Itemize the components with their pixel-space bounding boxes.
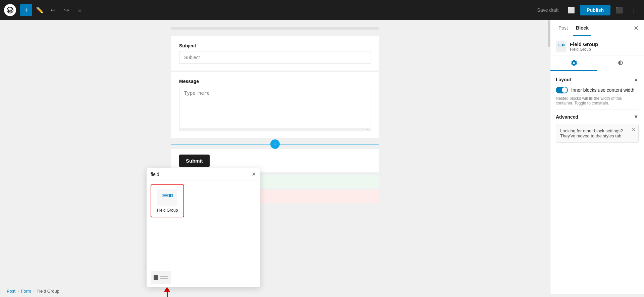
layout-section-header: Layout ▲	[556, 77, 639, 83]
preview-lines	[160, 276, 168, 279]
insert-block-button[interactable]: +	[270, 139, 280, 149]
list-view-button[interactable]: ≡	[74, 4, 86, 16]
inserter-close-button[interactable]: ✕	[252, 171, 256, 177]
settings-tab[interactable]	[550, 55, 597, 71]
panel-block-header: Field Group Field Group	[550, 36, 644, 55]
editor-scrollbar[interactable]	[547, 20, 550, 297]
inserter-preview	[147, 268, 260, 287]
layout-section-title: Layout	[556, 77, 571, 82]
block-icon-badge	[556, 41, 567, 52]
add-block-button[interactable]: +	[20, 4, 32, 16]
notification-text: Looking for other block settings? They'v…	[560, 128, 623, 138]
breadcrumb-form[interactable]: Form	[21, 289, 31, 294]
breadcrumb-sep-2: ›	[33, 289, 35, 294]
inserter-search-input[interactable]	[151, 172, 249, 177]
scrollbar-thumb[interactable]	[548, 20, 550, 47]
message-block: Message ⤡	[171, 72, 379, 138]
undo-button[interactable]: ↩	[47, 4, 59, 16]
breadcrumb-field-group: Field Group	[37, 289, 59, 294]
topbar-right: Save draft ⬜ Publish ⬛ ⋮	[533, 4, 640, 16]
add-block-bar: +	[171, 139, 379, 149]
panel-scroll-bottom	[550, 294, 644, 297]
inner-blocks-toggle[interactable]	[556, 87, 568, 93]
panel-section-tabs	[550, 55, 644, 71]
block-info: Field Group Field Group	[570, 41, 598, 52]
breadcrumb-post[interactable]: Post	[7, 289, 15, 294]
topbar: + ✏️ ↩ ↪ ≡ Save draft ⬜ Publish ⬛ ⋮	[0, 0, 644, 20]
notification-close-button[interactable]: ✕	[632, 127, 636, 132]
wordpress-logo	[4, 4, 16, 16]
settings-button[interactable]: ⬛	[613, 4, 625, 16]
panel-close-button[interactable]: ✕	[634, 25, 639, 32]
panel-content: Layout ▲ Inner blocks use content width …	[550, 71, 644, 294]
block-subtitle: Field Group	[570, 47, 598, 52]
svg-rect-5	[562, 44, 564, 46]
panel-tabs: Post Block ✕	[550, 20, 644, 36]
layout-section-toggle[interactable]: ▲	[633, 77, 639, 83]
breadcrumb-sep-1: ›	[17, 289, 19, 294]
preview-button[interactable]: ⬜	[565, 4, 577, 16]
preview-line	[160, 276, 168, 277]
redo-button[interactable]: ↪	[60, 4, 72, 16]
submit-button[interactable]: Submit	[179, 155, 210, 167]
breadcrumb: Post › Form › Field Group	[0, 285, 550, 297]
advanced-section-header: Advanced ▼	[556, 114, 639, 120]
field-group-block-label: Field Group	[157, 208, 178, 213]
toggle-knob	[562, 87, 567, 93]
preview-strip	[151, 271, 171, 284]
block-inserter-dropdown: ✕ Field Group	[146, 168, 260, 287]
tab-block[interactable]: Block	[573, 20, 591, 36]
toggle-description: Nested blocks will fill the width of thi…	[556, 96, 639, 105]
preview-square	[154, 275, 158, 280]
publish-button[interactable]: Publish	[580, 5, 610, 15]
save-draft-button[interactable]: Save draft	[533, 5, 563, 15]
message-textarea[interactable]	[179, 87, 371, 127]
toggle-label: Inner blocks use content width	[571, 87, 634, 93]
block-title: Field Group	[570, 41, 598, 47]
more-options-button[interactable]: ⋮	[628, 4, 640, 16]
scroll-indicator	[171, 27, 379, 30]
add-block-line-right	[275, 144, 379, 144]
advanced-section: Advanced ▼	[556, 110, 639, 120]
main-layout: Subject Message ⤡ + Submit ✅	[0, 20, 644, 297]
notification-box: Looking for other block settings? They'v…	[556, 124, 639, 143]
subject-label: Subject	[179, 43, 371, 48]
field-group-block-icon	[157, 189, 177, 206]
resize-handle: ⤡	[179, 128, 371, 131]
tab-post[interactable]: Post	[556, 20, 571, 36]
inserter-body: Field Group	[147, 180, 260, 268]
topbar-left: + ✏️ ↩ ↪ ≡	[4, 4, 86, 16]
subject-input[interactable]	[179, 51, 371, 64]
right-panel: Post Block ✕ Field Group Field Group	[550, 20, 644, 297]
subject-block: Subject	[171, 36, 379, 71]
advanced-section-toggle[interactable]: ▼	[633, 114, 639, 120]
styles-tab[interactable]	[597, 55, 644, 71]
toggle-row: Inner blocks use content width	[556, 87, 639, 93]
message-label: Message	[179, 79, 371, 84]
editor-scroll[interactable]: Subject Message ⤡ + Submit ✅	[0, 20, 550, 285]
editor-area: Subject Message ⤡ + Submit ✅	[0, 20, 550, 297]
inserter-search-bar: ✕	[147, 168, 260, 180]
add-block-line-left	[171, 144, 275, 144]
advanced-section-title: Advanced	[556, 114, 578, 120]
svg-rect-2	[169, 195, 171, 197]
preview-line	[160, 278, 168, 279]
field-group-block-item[interactable]: Field Group	[151, 184, 184, 217]
edit-icon-button[interactable]: ✏️	[34, 4, 46, 16]
